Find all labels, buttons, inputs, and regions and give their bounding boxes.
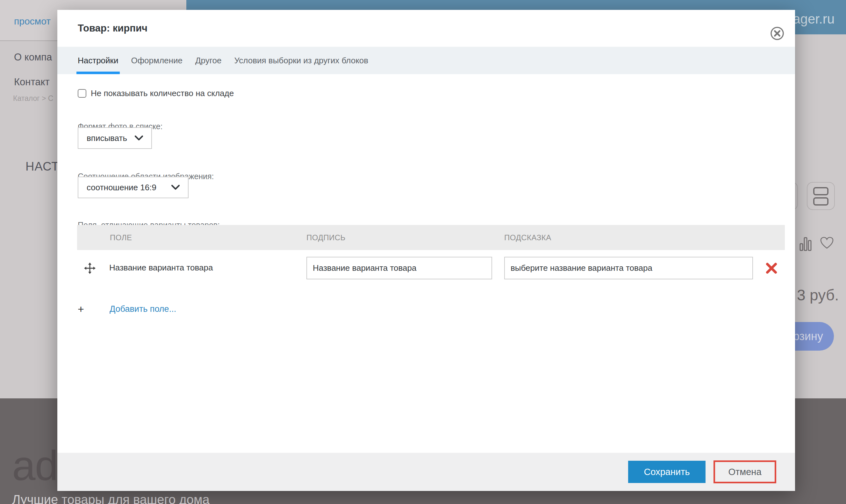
column-header-hint: ПОДСКАЗКА xyxy=(504,233,551,242)
screen: просмот nager.ru О компа Контакт Каталог… xyxy=(0,0,846,504)
footer-logo: ad xyxy=(12,442,58,490)
delete-row-icon[interactable] xyxy=(765,262,778,275)
tab-label: Условия выборки из других блоков xyxy=(235,56,368,66)
tab-settings[interactable]: Настройки xyxy=(78,47,119,74)
dialog-title: Товар: кирпич xyxy=(78,23,148,34)
cancel-highlight-box: Отмена xyxy=(713,461,776,483)
page-section-heading: НАСТ xyxy=(25,160,59,174)
add-to-cart-label: рзину xyxy=(793,330,823,343)
column-header-caption: ПОДПИСЬ xyxy=(307,233,346,242)
chevron-down-icon xyxy=(171,185,180,190)
rows-view-icon[interactable] xyxy=(807,182,835,210)
aspect-ratio-value: соотношение 16:9 xyxy=(87,183,156,193)
column-header-field: ПОЛЕ xyxy=(110,233,132,242)
view-site-link[interactable]: просмот xyxy=(14,16,51,27)
row-field-name: Название варианта товара xyxy=(109,263,213,273)
nav-item-about[interactable]: О компа xyxy=(14,52,52,63)
photo-format-value: вписывать xyxy=(87,133,127,143)
hide-stock-label: Не показывать количество на складе xyxy=(91,88,234,98)
add-field-row: + Добавить поле... xyxy=(78,303,176,315)
list-bar-icon xyxy=(813,187,828,195)
tab-design[interactable]: Оформление xyxy=(131,47,183,74)
tab-selection-conditions[interactable]: Условия выборки из других блоков xyxy=(235,47,368,74)
dialog-footer: Сохранить Отмена xyxy=(57,453,795,491)
hint-input[interactable] xyxy=(504,257,753,280)
dialog-tabs: Настройки Оформление Другое Условия выбо… xyxy=(57,47,795,74)
favorite-heart-icon[interactable] xyxy=(820,237,833,250)
breadcrumb[interactable]: Каталог > С xyxy=(13,94,53,103)
cancel-button[interactable]: Отмена xyxy=(715,462,775,482)
tab-label: Настройки xyxy=(78,56,119,66)
photo-format-select[interactable]: вписывать xyxy=(78,127,152,149)
compare-bar-chart-icon[interactable] xyxy=(799,237,812,251)
add-field-link[interactable]: Добавить поле... xyxy=(109,304,176,314)
chevron-down-icon xyxy=(135,136,143,141)
hide-stock-row: Не показывать количество на складе xyxy=(78,88,234,98)
footer-tagline: Лучшие товары для вашего дома xyxy=(12,492,210,504)
close-icon[interactable] xyxy=(770,26,784,40)
table-row: Название варианта товара xyxy=(77,257,785,280)
variant-fields-table-header: ПОЛЕ ПОДПИСЬ ПОДСКАЗКА xyxy=(77,225,785,250)
drag-move-icon[interactable] xyxy=(84,263,96,274)
aspect-ratio-select[interactable]: соотношение 16:9 xyxy=(78,177,189,198)
tab-other[interactable]: Другое xyxy=(195,47,222,74)
tab-label: Оформление xyxy=(131,56,183,66)
plus-icon[interactable]: + xyxy=(78,303,90,315)
product-price: 3 руб. xyxy=(797,286,839,304)
tab-label: Другое xyxy=(195,56,222,66)
hide-stock-checkbox[interactable] xyxy=(78,89,86,98)
list-bar-icon xyxy=(813,197,828,205)
product-settings-dialog: Товар: кирпич Настройки Оформление Друго… xyxy=(57,10,795,491)
caption-input[interactable] xyxy=(307,257,492,280)
save-button[interactable]: Сохранить xyxy=(628,461,706,483)
nav-item-contacts[interactable]: Контакт xyxy=(14,76,50,88)
